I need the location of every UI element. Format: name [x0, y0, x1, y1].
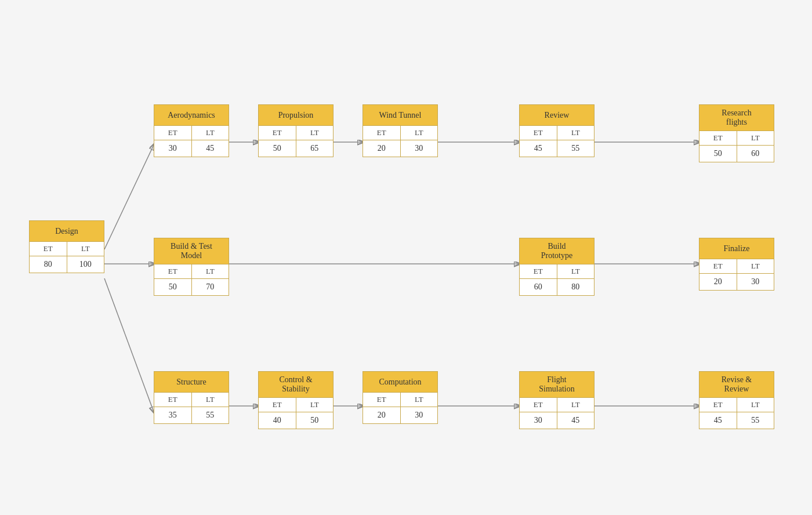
- et-value-aerodynamics: 30: [154, 140, 192, 157]
- node-flightsim: FlightSimulationETLT3045: [519, 371, 594, 429]
- et-header-controlstab: ET: [259, 398, 296, 412]
- lt-header-revisereview: LT: [737, 398, 774, 412]
- lt-header-controlstab: LT: [296, 398, 334, 412]
- node-title-revisereview: Revise &Review: [699, 372, 774, 398]
- lt-header-flightsim: LT: [557, 398, 594, 412]
- lt-header-researchflights: LT: [737, 131, 774, 145]
- lt-value-controlstab: 50: [296, 412, 334, 429]
- lt-header-propulsion: LT: [296, 126, 334, 140]
- svg-line-2: [104, 278, 154, 412]
- node-title-structure: Structure: [154, 372, 229, 393]
- lt-value-review: 55: [557, 140, 594, 157]
- et-value-buildtest: 50: [154, 279, 192, 295]
- et-header-windtunnel: ET: [363, 126, 401, 140]
- node-buildtest: Build & TestModelETLT5070: [154, 238, 229, 296]
- et-value-flightsim: 30: [520, 412, 557, 429]
- node-title-aerodynamics: Aerodynamics: [154, 105, 229, 126]
- node-title-controlstab: Control &Stability: [259, 372, 333, 398]
- et-value-computation: 20: [363, 407, 401, 423]
- lt-value-propulsion: 65: [296, 140, 334, 157]
- et-header-buildprototype: ET: [520, 264, 557, 278]
- et-value-controlstab: 40: [259, 412, 296, 429]
- node-buildprototype: BuildPrototypeETLT6080: [519, 238, 594, 296]
- lt-header-computation: LT: [401, 393, 438, 407]
- node-aerodynamics: AerodynamicsETLT3045: [154, 104, 229, 157]
- et-header-propulsion: ET: [259, 126, 296, 140]
- et-header-finalize: ET: [699, 259, 737, 273]
- lt-header-design: LT: [67, 242, 104, 256]
- node-title-buildprototype: BuildPrototype: [520, 238, 594, 264]
- et-header-computation: ET: [363, 393, 401, 407]
- et-value-propulsion: 50: [259, 140, 296, 157]
- lt-value-design: 100: [67, 256, 104, 273]
- node-computation: ComputationETLT2030: [362, 371, 438, 424]
- node-researchflights: ResearchflightsETLT5060: [699, 104, 774, 162]
- node-title-researchflights: Researchflights: [699, 105, 774, 131]
- et-header-aerodynamics: ET: [154, 126, 192, 140]
- et-value-review: 45: [520, 140, 557, 157]
- node-title-windtunnel: Wind Tunnel: [363, 105, 437, 126]
- node-windtunnel: Wind TunnelETLT2030: [362, 104, 438, 157]
- et-header-researchflights: ET: [699, 131, 737, 145]
- et-value-design: 80: [30, 256, 67, 273]
- lt-value-buildprototype: 80: [557, 279, 594, 295]
- lt-value-structure: 55: [192, 407, 229, 423]
- node-title-flightsim: FlightSimulation: [520, 372, 594, 398]
- node-finalize: FinalizeETLT2030: [699, 238, 774, 291]
- node-title-design: Design: [30, 221, 104, 242]
- et-header-design: ET: [30, 242, 67, 256]
- node-review: ReviewETLT4555: [519, 104, 594, 157]
- lt-value-aerodynamics: 45: [192, 140, 229, 157]
- lt-value-revisereview: 55: [737, 412, 774, 429]
- node-design: DesignETLT80100: [29, 220, 104, 273]
- lt-header-structure: LT: [192, 393, 229, 407]
- lt-value-flightsim: 45: [557, 412, 594, 429]
- lt-header-buildprototype: LT: [557, 264, 594, 278]
- lt-value-computation: 30: [401, 407, 438, 423]
- et-value-windtunnel: 20: [363, 140, 401, 157]
- et-header-flightsim: ET: [520, 398, 557, 412]
- lt-value-windtunnel: 30: [401, 140, 438, 157]
- et-header-review: ET: [520, 126, 557, 140]
- lt-header-windtunnel: LT: [401, 126, 438, 140]
- node-structure: StructureETLT3555: [154, 371, 229, 424]
- lt-value-researchflights: 60: [737, 146, 774, 162]
- et-header-structure: ET: [154, 393, 192, 407]
- et-value-researchflights: 50: [699, 146, 737, 162]
- et-header-buildtest: ET: [154, 264, 192, 278]
- node-title-finalize: Finalize: [699, 238, 774, 259]
- node-title-review: Review: [520, 105, 594, 126]
- et-header-revisereview: ET: [699, 398, 737, 412]
- et-value-revisereview: 45: [699, 412, 737, 429]
- lt-header-review: LT: [557, 126, 594, 140]
- diagram: DesignETLT80100AerodynamicsETLT3045Propu…: [0, 23, 812, 487]
- svg-line-0: [104, 145, 154, 249]
- node-revisereview: Revise &ReviewETLT4555: [699, 371, 774, 429]
- lt-header-aerodynamics: LT: [192, 126, 229, 140]
- node-title-propulsion: Propulsion: [259, 105, 333, 126]
- lt-header-buildtest: LT: [192, 264, 229, 278]
- et-value-structure: 35: [154, 407, 192, 423]
- node-propulsion: PropulsionETLT5065: [258, 104, 334, 157]
- node-controlstab: Control &StabilityETLT4050: [258, 371, 334, 429]
- et-value-buildprototype: 60: [520, 279, 557, 295]
- lt-header-finalize: LT: [737, 259, 774, 273]
- node-title-buildtest: Build & TestModel: [154, 238, 229, 264]
- node-title-computation: Computation: [363, 372, 437, 393]
- et-value-finalize: 20: [699, 274, 737, 290]
- lt-value-finalize: 30: [737, 274, 774, 290]
- lt-value-buildtest: 70: [192, 279, 229, 295]
